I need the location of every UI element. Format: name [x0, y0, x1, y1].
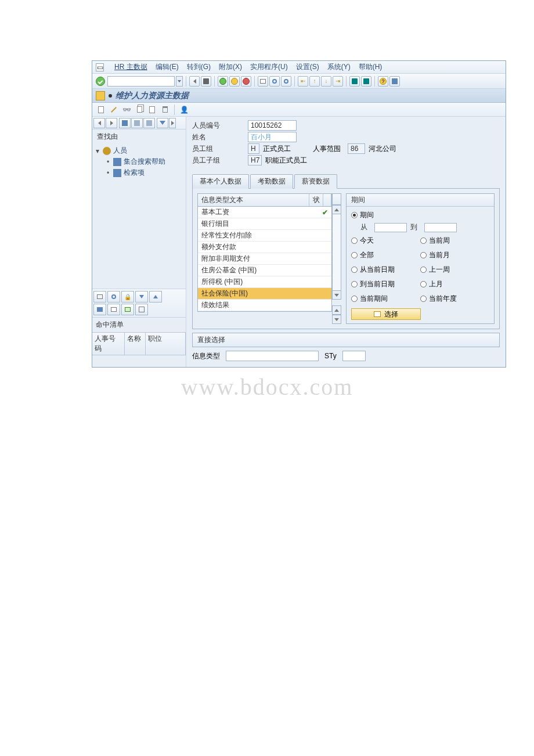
list-item[interactable]: 基本工资✔	[198, 207, 331, 218]
tab-time[interactable]: 考勤数据	[250, 174, 293, 189]
input-sty[interactable]	[342, 351, 366, 361]
delete-icon[interactable]	[160, 105, 170, 115]
display-icon[interactable]: 👓	[121, 105, 132, 115]
overview-icon[interactable]: 👤	[179, 105, 189, 115]
radio-cur-week[interactable]: 当前周	[420, 236, 489, 246]
scroll-down-icon[interactable]	[332, 290, 341, 300]
radio-icon	[420, 237, 427, 244]
toolbar-icon[interactable]	[107, 291, 120, 303]
list-item[interactable]: 绩效结果	[198, 300, 331, 311]
list-item[interactable]: 住房公基金 (中国)	[198, 265, 331, 276]
nav-back-icon[interactable]	[93, 118, 105, 128]
menu-hr-master[interactable]: HR 主数据	[114, 62, 147, 72]
col-position[interactable]: 职位	[146, 333, 186, 355]
list-item[interactable]: 银行细目	[198, 218, 331, 230]
next-page-icon[interactable]: ↓	[321, 76, 331, 87]
tab-basic[interactable]: 基本个人数据	[192, 174, 249, 189]
nav-btn-icon[interactable]	[119, 118, 131, 128]
first-page-icon[interactable]: ⇤	[298, 76, 308, 87]
last-page-icon[interactable]: ⇥	[333, 76, 343, 87]
list-item[interactable]: 额外支付款	[198, 242, 331, 253]
col-infotype-text[interactable]: 信息类型文本	[198, 194, 309, 206]
nav-btn-icon[interactable]	[143, 118, 155, 128]
scroll-up-icon[interactable]	[332, 205, 341, 214]
exit-icon[interactable]	[229, 76, 240, 87]
menu-utilities[interactable]: 实用程序(U)	[250, 62, 288, 72]
input-from-date[interactable]	[374, 223, 407, 232]
toolbar-icon[interactable]	[135, 291, 148, 303]
toolbar-icon[interactable]	[121, 304, 134, 315]
menu-system[interactable]: 系统(Y)	[327, 62, 351, 72]
radio-cur-period[interactable]: 当前期间	[351, 294, 420, 304]
prev-page-icon[interactable]: ↑	[309, 76, 320, 87]
hitlist-label: 命中清单	[92, 318, 186, 332]
tab-payroll[interactable]: 薪资数据	[294, 174, 337, 189]
select-button[interactable]: 选择	[351, 308, 421, 320]
watermark: www.bdocx.com	[92, 373, 442, 401]
menu-help[interactable]: 帮助(H)	[359, 62, 383, 72]
col-name[interactable]: 名称	[125, 333, 146, 355]
input-infotype[interactable]	[226, 351, 319, 361]
create-icon[interactable]	[96, 105, 106, 115]
expand-icon[interactable]	[169, 118, 176, 128]
tree-node-person[interactable]: ▾ 人员	[95, 145, 183, 156]
menu-settings[interactable]: 设置(S)	[296, 62, 319, 72]
period-box: 期间 期间 从 到 今天 当前周 全部 当前月	[346, 193, 495, 324]
col-pernr[interactable]: 人事号码	[92, 333, 125, 355]
field-eg-code: H	[248, 143, 259, 154]
toolbar-icon[interactable]	[93, 291, 106, 303]
find-icon[interactable]	[269, 76, 280, 87]
filter-icon[interactable]	[157, 118, 168, 128]
radio-cur-year[interactable]: 当前年度	[420, 294, 489, 304]
tree-node-collective[interactable]: • 集合搜索帮助	[95, 156, 183, 167]
list-scrollbar[interactable]	[332, 193, 341, 324]
list-item[interactable]: 经常性支付/扣除	[198, 230, 331, 242]
list-item-selected[interactable]: 社会保险(中国)	[198, 288, 331, 300]
radio-to-cur[interactable]: 到当前日期	[351, 279, 420, 289]
menu-extras[interactable]: 附加(X)	[219, 62, 242, 72]
change-icon[interactable]	[109, 105, 119, 115]
save-icon[interactable]	[201, 76, 211, 87]
help-icon[interactable]: ?	[378, 76, 388, 87]
delimit-icon[interactable]	[147, 105, 157, 115]
label-pernr: 人员编号	[192, 121, 248, 131]
system-menu-icon[interactable]: ▭	[96, 63, 104, 71]
list-item[interactable]: 所得税 (中国)	[198, 276, 331, 288]
new-session-icon[interactable]	[349, 76, 360, 87]
shortcut-icon[interactable]	[361, 76, 371, 87]
print-icon[interactable]	[258, 76, 268, 87]
cancel-icon[interactable]	[241, 76, 251, 87]
input-to-date[interactable]	[424, 223, 457, 232]
radio-last-month[interactable]: 上月	[420, 279, 489, 289]
menu-goto[interactable]: 转到(G)	[187, 62, 211, 72]
col-status[interactable]: 状	[309, 194, 323, 206]
tree-node-searchterm[interactable]: • 检索项	[95, 167, 183, 178]
radio-all[interactable]: 全部	[351, 250, 420, 260]
toolbar-icon[interactable]	[149, 291, 162, 303]
radio-from-cur[interactable]: 从当前日期	[351, 265, 420, 275]
layout-icon[interactable]	[389, 76, 400, 87]
scroll-up-icon[interactable]	[332, 305, 341, 315]
command-field[interactable]	[107, 76, 175, 87]
nav-forward-icon[interactable]	[106, 118, 117, 128]
list-item[interactable]: 附加非周期支付	[198, 253, 331, 265]
find-next-icon[interactable]	[281, 76, 291, 87]
toolbar-icon[interactable]	[93, 304, 106, 315]
toolbar-icon[interactable]	[135, 304, 148, 315]
radio-today[interactable]: 今天	[351, 236, 420, 246]
radio-icon	[420, 296, 427, 302]
nav-btn-icon[interactable]	[131, 118, 143, 128]
scroll-down-icon[interactable]	[332, 315, 341, 324]
enter-icon[interactable]	[96, 77, 105, 86]
menu-edit[interactable]: 编辑(E)	[156, 62, 179, 72]
radio-last-week[interactable]: 上一周	[420, 265, 489, 275]
field-pernr[interactable]: 10015262	[248, 120, 297, 131]
command-dropdown-icon[interactable]	[176, 76, 183, 87]
radio-cur-month[interactable]: 当前月	[420, 250, 489, 260]
toolbar-icon[interactable]: 🔒	[121, 291, 134, 303]
radio-period[interactable]: 期间	[351, 210, 489, 220]
toolbar-icon[interactable]	[107, 304, 120, 315]
back-green-icon[interactable]	[218, 76, 228, 87]
back-icon[interactable]	[189, 76, 200, 87]
copy-icon[interactable]	[134, 105, 145, 115]
